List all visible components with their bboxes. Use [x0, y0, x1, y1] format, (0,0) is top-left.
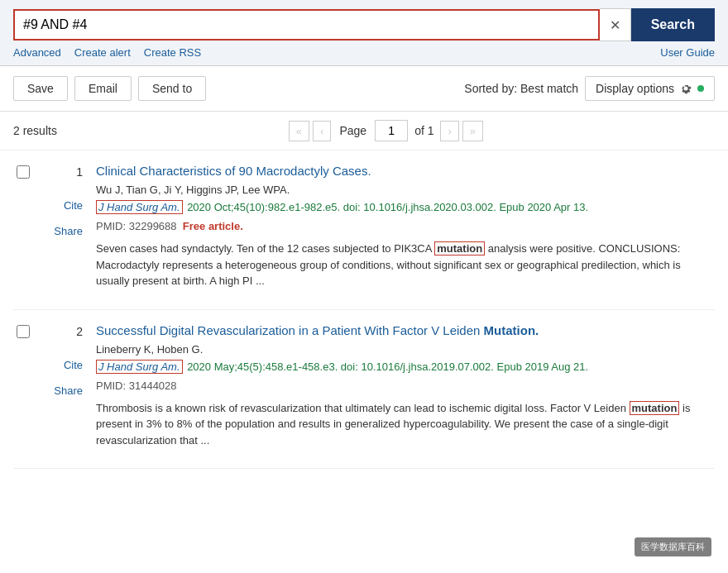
search-button-label: Search [651, 17, 695, 31]
search-button[interactable]: Search [631, 8, 715, 41]
search-input[interactable] [13, 9, 600, 41]
toolbar: Save Email Send to Sorted by: Best match… [0, 66, 728, 112]
highlight-mutation-2: mutation [630, 401, 680, 415]
display-options-label: Display options [596, 82, 674, 95]
cite-label-1[interactable]: Cite [40, 199, 83, 212]
results-count: 2 results [13, 124, 57, 137]
email-button[interactable]: Email [74, 76, 132, 101]
result-number-2: 2 [40, 323, 89, 338]
first-page-button[interactable]: « [289, 121, 309, 141]
result-title-2[interactable]: Successful Digital Revascularization in … [96, 323, 715, 338]
save-button[interactable]: Save [13, 76, 68, 101]
highlight-mutation-1: mutation [434, 241, 485, 255]
journal-name-2: J Hand Surg Am. [96, 360, 183, 374]
result-title-1[interactable]: Clinical Characteristics of 90 Macrodact… [96, 164, 715, 179]
cite-label-2[interactable]: Cite [40, 359, 83, 371]
pagination: « ‹ Page of 1 › » [289, 120, 483, 141]
result-checkbox-2[interactable] [13, 325, 33, 338]
cite-share-col-2: Cite Share [40, 359, 89, 456]
last-page-button[interactable]: » [462, 121, 483, 141]
close-icon: ✕ [610, 17, 620, 33]
journal-name-1: J Hand Surg Am. [96, 200, 183, 214]
share-label-2[interactable]: Share [40, 384, 83, 397]
search-row: ✕ Search [13, 8, 715, 41]
of-label: of 1 [414, 124, 433, 137]
display-options-button[interactable]: Display options [585, 76, 715, 101]
result-number-1: 1 [40, 164, 89, 179]
page-number-input[interactable] [375, 120, 408, 141]
result-journal-1: J Hand Surg Am. 2020 Oct;45(10):982.e1-9… [96, 201, 715, 213]
create-rss-link[interactable]: Create RSS [144, 46, 201, 59]
clear-button[interactable]: ✕ [600, 8, 631, 41]
result-abstract-2: Thrombosis is a known risk of revascular… [96, 400, 715, 449]
share-label-1[interactable]: Share [40, 225, 83, 237]
result-authors-2: Lineberry K, Hoben G. [96, 343, 715, 356]
prev-page-button[interactable]: ‹ [313, 121, 331, 141]
result-journal-2: J Hand Surg Am. 2020 May;45(5):458.e1-45… [96, 361, 715, 373]
advanced-link[interactable]: Advanced [13, 46, 61, 59]
result-pmid-1: PMID: 32299688 Free article. [96, 220, 715, 232]
send-to-button[interactable]: Send to [138, 76, 206, 101]
result-item: 1 Clinical Characteristics of 90 Macroda… [13, 150, 715, 310]
result-item-2: 2 Successful Digital Revascularization i… [13, 310, 715, 470]
gear-icon [679, 82, 692, 95]
search-bar-area: ✕ Search Advanced Create alert Create RS… [0, 0, 728, 66]
result-authors-1: Wu J, Tian G, Ji Y, Higgins JP, Lee WPA. [96, 184, 715, 196]
page-label: Page [339, 124, 366, 137]
free-article-badge-1: Free article. [183, 220, 243, 232]
next-page-button[interactable]: › [440, 121, 458, 141]
result-pmid-2: PMID: 31444028 [96, 380, 715, 392]
result-abstract-1: Seven cases had syndactyly. Ten of the 1… [96, 241, 715, 289]
green-dot-indicator [697, 85, 704, 92]
create-alert-link[interactable]: Create alert [74, 46, 131, 59]
result-checkbox-1[interactable] [13, 165, 33, 179]
sub-links: Advanced Create alert Create RSS User Gu… [13, 46, 715, 59]
pagination-row: 2 results « ‹ Page of 1 › » [0, 112, 728, 150]
cite-share-col-1: Cite Share [40, 199, 89, 296]
user-guide-link[interactable]: User Guide [660, 46, 715, 59]
results-area: 1 Clinical Characteristics of 90 Macroda… [0, 150, 728, 469]
sort-label: Sorted by: Best match [464, 82, 578, 95]
